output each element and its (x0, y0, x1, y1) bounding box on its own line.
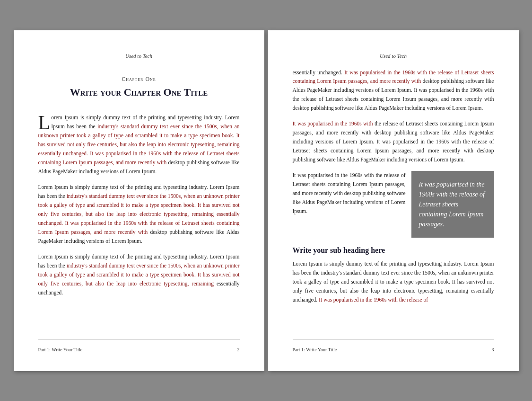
right-page-number: 3 (492, 347, 494, 352)
right-paragraph-2: It was popularised in the 1960s with the… (293, 119, 494, 164)
right-page-header: Used to Tech (293, 53, 494, 59)
left-page-footer: Part 1: Write Your Title 2 (38, 339, 240, 352)
right-paragraph-3: Lorem Ipsum is simply dummy text of the … (293, 259, 494, 304)
book-spread: Used to Tech Chapter One Write your Chap… (6, 23, 526, 379)
left-page-header: Used to Tech (38, 53, 240, 59)
left-page: Used to Tech Chapter One Write your Chap… (14, 30, 264, 371)
paragraph-3: Lorem Ipsum is simply dummy text of the … (38, 252, 240, 297)
right-footer-label: Part 1: Write Your Title (293, 347, 337, 352)
right-page: Used to Tech essentially unchanged. It w… (268, 30, 519, 371)
drop-cap: L (38, 115, 51, 131)
sub-heading: Write your sub heading here (293, 246, 494, 255)
paragraph-1: Lorem Ipsum is simply dummy text of the … (38, 113, 240, 176)
chapter-label: Chapter One (38, 76, 240, 83)
right-paragraph-1: essentially unchanged. It was popularise… (293, 68, 494, 113)
pull-quote: It was popularised in the 1960s with the… (411, 171, 494, 238)
right-page-footer: Part 1: Write Your Title 3 (293, 339, 494, 352)
chapter-title: Write your Chapter One Title (38, 86, 240, 99)
paragraph-2: Lorem Ipsum is simply dummy text of the … (38, 183, 240, 246)
left-page-number: 2 (237, 347, 240, 352)
two-col-section: It was popularised in the 1960s with the… (293, 171, 494, 238)
col-left-text: It was popularised in the 1960s with the… (293, 171, 406, 238)
left-footer-label: Part 1: Write Your Title (38, 347, 83, 352)
